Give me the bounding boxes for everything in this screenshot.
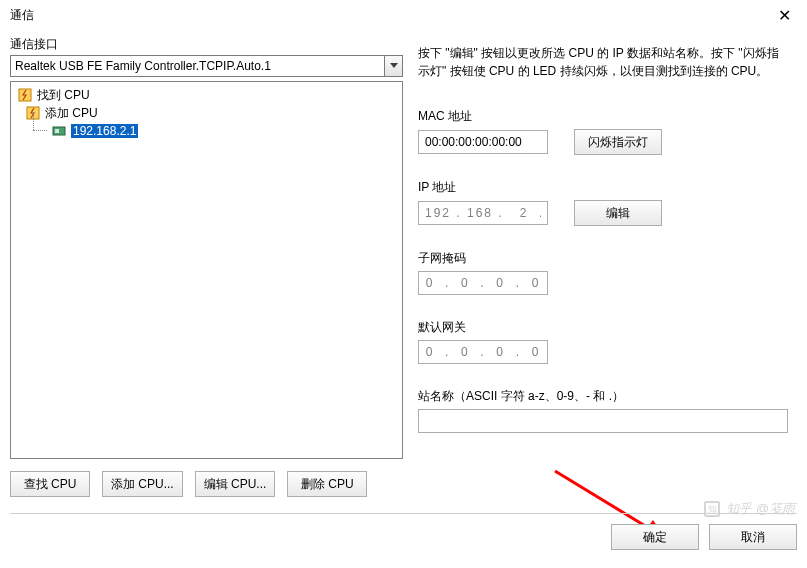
- add-cpu-button[interactable]: 添加 CPU...: [102, 471, 183, 497]
- interface-input[interactable]: [11, 56, 384, 76]
- edit-ip-button[interactable]: 编辑: [574, 200, 662, 226]
- svg-marker-0: [390, 63, 398, 68]
- subnet-input: [418, 271, 548, 295]
- ip-label: IP 地址: [418, 179, 790, 196]
- tree-label-ip: 192.168.2.1: [71, 124, 138, 138]
- svg-rect-4: [55, 129, 59, 133]
- gateway-input: [418, 340, 548, 364]
- device-icon: [51, 124, 67, 138]
- ok-button[interactable]: 确定: [611, 524, 699, 550]
- instructions-text: 按下 "编辑" 按钮以更改所选 CPU 的 IP 数据和站名称。按下 "闪烁指示…: [418, 44, 790, 80]
- delete-cpu-button[interactable]: 删除 CPU: [287, 471, 367, 497]
- interface-label: 通信接口: [10, 36, 403, 53]
- subnet-label: 子网掩码: [418, 250, 790, 267]
- gateway-label: 默认网关: [418, 319, 790, 336]
- tree-label-find: 找到 CPU: [37, 87, 90, 104]
- right-panel: 按下 "编辑" 按钮以更改所选 CPU 的 IP 数据和站名称。按下 "闪烁指示…: [418, 44, 790, 433]
- cpu-tree[interactable]: 找到 CPU 添加 CPU 192.168.2.1: [10, 81, 403, 459]
- close-icon[interactable]: ✕: [770, 2, 799, 29]
- tree-item-find-cpu[interactable]: 找到 CPU: [15, 86, 402, 104]
- mac-label: MAC 地址: [418, 108, 790, 125]
- mac-input[interactable]: [418, 130, 548, 154]
- station-input[interactable]: [418, 409, 788, 433]
- left-panel: 通信接口 找到 CPU 添加 CPU: [10, 36, 403, 497]
- flash-led-button[interactable]: 闪烁指示灯: [574, 129, 662, 155]
- tree-item-ip[interactable]: 192.168.2.1: [15, 122, 402, 140]
- lightning-icon: [17, 88, 33, 102]
- dropdown-icon[interactable]: [384, 56, 402, 76]
- ip-input: [418, 201, 548, 225]
- cancel-button[interactable]: 取消: [709, 524, 797, 550]
- dialog-buttons: 确定 取消: [10, 513, 797, 550]
- station-label: 站名称（ASCII 字符 a-z、0-9、- 和 .）: [418, 388, 790, 405]
- find-cpu-button[interactable]: 查找 CPU: [10, 471, 90, 497]
- tree-item-add-cpu[interactable]: 添加 CPU: [15, 104, 402, 122]
- window-title: 通信: [10, 7, 34, 24]
- edit-cpu-button[interactable]: 编辑 CPU...: [195, 471, 276, 497]
- tree-label-add: 添加 CPU: [45, 105, 98, 122]
- interface-combo[interactable]: [10, 55, 403, 77]
